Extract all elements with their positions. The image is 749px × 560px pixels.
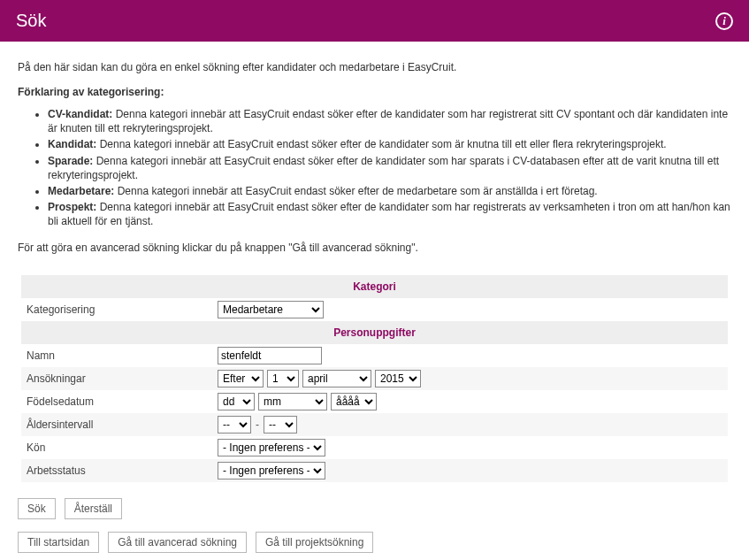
reset-button[interactable]: Återställ [65,498,122,519]
info-icon[interactable]: i [715,12,733,30]
category-item: Prospekt: Denna kategori innebär att Eas… [48,200,731,228]
applications-day-select[interactable]: 1 [267,370,299,387]
birth-month-select[interactable]: mm [258,393,327,410]
row-gender: Kön - Ingen preferens - [21,436,728,459]
row-work-status: Arbetsstatus - Ingen preferens - [21,459,728,482]
section-personal-header: Personuppgifter [21,321,728,344]
primary-buttons: Sök Återställ [18,498,731,519]
category-item: Sparade: Denna kategori innebär att Easy… [48,154,731,182]
row-name: Namn [21,344,728,367]
category-desc: Denna kategori innebär att EasyCruit end… [48,201,730,227]
category-name: CV-kandidat: [48,108,112,120]
category-desc: Denna kategori innebär att EasyCruit end… [48,155,719,181]
search-form: Kategori Kategorisering Medarbetare Pers… [18,275,731,482]
category-list: CV-kandidat: Denna kategori innebär att … [18,107,731,229]
age-from-select[interactable]: -- [218,416,251,433]
page-header: Sök i [0,0,749,42]
category-item: Medarbetare: Denna kategori innebär att … [48,184,731,198]
category-name: Sparade: [48,155,93,167]
label-name: Namn [27,349,218,362]
search-button[interactable]: Sök [18,498,56,519]
row-age-range: Åldersintervall -- - -- [21,413,728,436]
gender-select[interactable]: - Ingen preferens - [218,439,325,456]
label-categorization: Kategorisering [27,303,218,316]
categorization-select[interactable]: Medarbetare [218,301,324,318]
category-item: Kandidat: Denna kategori innebär att Eas… [48,137,731,151]
page-title: Sök [16,11,46,31]
row-applications: Ansökningar Efter 1 april 2015 [21,367,728,390]
label-birthdate: Födelsedatum [27,395,218,408]
advanced-search-button[interactable]: Gå till avancerad sökning [108,532,247,553]
advanced-note: För att göra en avancerad sökning klicka… [18,242,731,254]
category-name: Kandidat: [48,138,96,150]
category-name: Prospekt: [48,201,96,213]
applications-when-select[interactable]: Efter [218,370,264,387]
intro-text: På den här sidan kan du göra en enkel sö… [18,61,731,73]
page-content: På den här sidan kan du göra en enkel sö… [0,42,749,560]
nav-buttons: Till startsidan Gå till avancerad söknin… [18,532,731,553]
label-applications: Ansökningar [27,372,218,385]
project-search-button[interactable]: Gå till projektsökning [256,532,373,553]
label-gender: Kön [27,441,218,454]
label-work-status: Arbetsstatus [27,464,218,477]
section-category-header: Kategori [21,275,728,298]
age-to-select[interactable]: -- [264,416,297,433]
category-desc: Denna kategori innebär att EasyCruit end… [48,108,728,134]
birth-day-select[interactable]: dd [218,393,255,410]
label-age-range: Åldersintervall [27,418,218,431]
birth-year-select[interactable]: åååå [331,393,377,410]
category-desc: Denna kategori innebär att EasyCruit end… [114,185,597,197]
category-desc: Denna kategori innebär att EasyCruit end… [96,138,666,150]
applications-month-select[interactable]: april [302,370,371,387]
category-name: Medarbetare: [48,185,114,197]
categories-heading: Förklaring av kategorisering: [18,86,731,98]
row-categorization: Kategorisering Medarbetare [21,298,728,321]
name-input[interactable] [218,347,322,364]
category-item: CV-kandidat: Denna kategori innebär att … [48,107,731,135]
home-button[interactable]: Till startsidan [18,532,99,553]
work-status-select[interactable]: - Ingen preferens - [218,462,325,479]
row-birthdate: Födelsedatum dd mm åååå [21,390,728,413]
age-separator: - [255,418,260,431]
applications-year-select[interactable]: 2015 [375,370,421,387]
